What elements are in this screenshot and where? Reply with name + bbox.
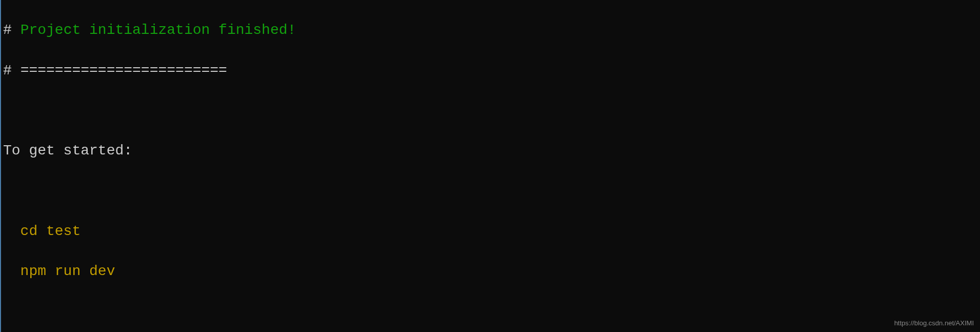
cmd-npm-line: npm run dev	[3, 261, 978, 281]
separator: ========================	[21, 63, 227, 79]
get-started-label: To get started:	[3, 141, 978, 161]
project-init-title: Project initialization finished!	[21, 22, 296, 38]
terminal-output[interactable]: # Project initialization finished! # ===…	[1, 0, 980, 332]
watermark: https://blog.csdn.net/AXIMI	[894, 319, 974, 328]
cmd-cd: cd test	[21, 223, 81, 239]
cmd-cd-line: cd test	[3, 221, 978, 241]
cmd-npm: npm run dev	[21, 263, 115, 279]
blank-line	[3, 302, 978, 322]
separator-line: # ========================	[3, 61, 978, 81]
blank-line	[3, 101, 978, 121]
project-init-line: # Project initialization finished!	[3, 20, 978, 40]
hash-prefix: #	[3, 22, 12, 38]
hash-prefix-2: #	[3, 63, 12, 79]
blank-line	[3, 181, 978, 201]
